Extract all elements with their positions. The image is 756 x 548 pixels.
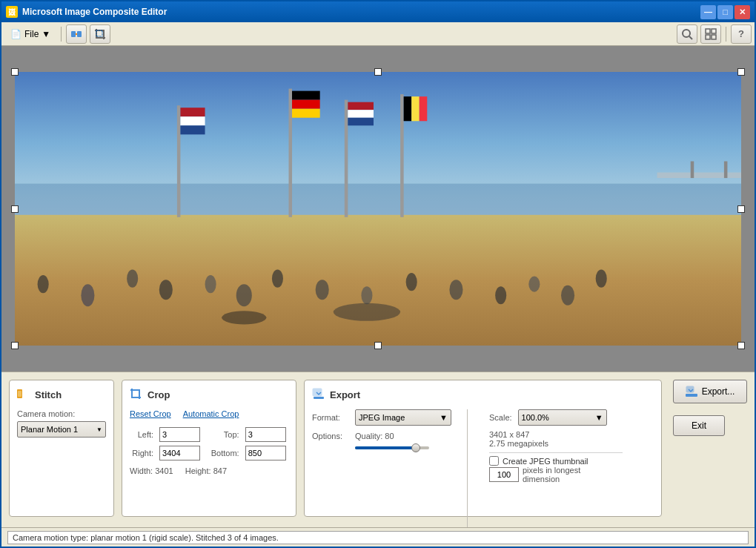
thumbnail-checkbox[interactable] <box>489 456 499 466</box>
minimize-button[interactable]: — <box>700 5 716 19</box>
svg-point-54 <box>561 285 574 306</box>
svg-rect-15 <box>724 161 728 178</box>
thumbnail-row: Create JPEG thumbnail <box>489 456 654 466</box>
format-arrow: ▼ <box>440 413 448 422</box>
pixels-line1: pixels in longest <box>523 466 580 475</box>
scale-value: 100.0% <box>522 413 595 422</box>
export-btn-label: Export... <box>702 386 735 397</box>
height-value: 847 <box>213 466 227 475</box>
crop-section: Crop Reset Crop Automatic Crop Left: Top… <box>122 380 296 517</box>
export-right-controls: Scale: 100.0% ▼ 3401 x 847 2.75 megapixe… <box>483 409 654 528</box>
top-input[interactable] <box>245 427 286 442</box>
svg-rect-26 <box>289 89 293 217</box>
megapixels: 2.75 megapixels <box>489 439 654 448</box>
format-label: Format: <box>312 413 349 422</box>
left-input[interactable] <box>159 427 200 442</box>
status-text: Camera motion type: planar motion 1 (rig… <box>13 533 279 542</box>
svg-rect-66 <box>686 394 697 397</box>
top-label: Top: <box>208 430 239 439</box>
exit-button[interactable]: Exit <box>673 415 725 436</box>
svg-point-4 <box>683 30 690 37</box>
crop-title: Crop <box>130 388 288 402</box>
search-icon <box>681 28 693 40</box>
camera-motion-label: Camera motion: <box>17 409 106 418</box>
help-button[interactable]: ? <box>731 24 752 44</box>
svg-point-46 <box>236 284 252 306</box>
auto-crop-button[interactable]: Automatic Crop <box>183 409 239 418</box>
svg-rect-33 <box>348 118 374 126</box>
crop-section-label: Crop <box>147 389 170 400</box>
svg-rect-28 <box>292 100 320 109</box>
svg-point-41 <box>38 275 49 293</box>
svg-point-52 <box>495 286 506 304</box>
camera-motion-value: Planar Motion 1 <box>21 425 78 434</box>
stitch-tool-button[interactable] <box>66 24 87 44</box>
quality-slider-thumb[interactable] <box>411 443 420 452</box>
svg-rect-32 <box>348 110 374 118</box>
svg-rect-25 <box>180 125 205 134</box>
app-icon: 🖼 <box>6 6 18 18</box>
svg-rect-29 <box>292 109 320 118</box>
svg-point-45 <box>205 275 216 293</box>
crop-links: Reset Crop Automatic Crop <box>130 409 288 418</box>
dimensions-display: 3401 x 847 2.75 megapixels <box>489 430 654 448</box>
camera-motion-arrow: ▼ <box>96 426 102 433</box>
svg-rect-31 <box>348 102 374 110</box>
stitch-icon <box>70 28 82 40</box>
svg-point-51 <box>449 280 462 300</box>
export-divider <box>489 452 623 453</box>
options-label: Options: <box>312 432 349 440</box>
format-dropdown[interactable]: JPEG Image ▼ <box>355 409 451 426</box>
export-separator <box>467 409 468 528</box>
crop-section-icon <box>130 388 143 402</box>
stitch-section: Stitch Camera motion: Planar Motion 1 ▼ <box>9 380 114 517</box>
svg-rect-62 <box>18 391 21 397</box>
right-label: Right: <box>130 449 153 458</box>
left-label: Left: <box>130 430 153 439</box>
pixel-input[interactable] <box>489 467 519 482</box>
svg-point-56 <box>334 303 400 321</box>
scale-label: Scale: <box>489 413 512 422</box>
thumbnail-label: Create JPEG thumbnail <box>503 457 588 466</box>
right-input[interactable] <box>159 446 200 460</box>
svg-rect-1 <box>77 31 82 37</box>
svg-rect-23 <box>180 108 205 116</box>
export-section-label: Export <box>330 389 360 400</box>
svg-rect-24 <box>180 116 205 125</box>
stitch-section-label: Stitch <box>35 389 62 400</box>
file-menu[interactable]: 📄 File ▼ <box>4 27 56 42</box>
width-value: 3401 <box>155 466 173 475</box>
close-button[interactable]: ✕ <box>735 5 750 19</box>
svg-rect-7 <box>712 29 716 33</box>
svg-point-48 <box>316 280 329 300</box>
search-button[interactable] <box>677 24 697 44</box>
export-title: Export <box>312 388 654 402</box>
crop-tool-button[interactable] <box>90 24 110 44</box>
panorama-image <box>15 72 741 346</box>
main-window: 🖼 Microsoft Image Composite Editor — □ ✕… <box>0 0 756 548</box>
svg-rect-22 <box>177 105 181 217</box>
toolbar-sep-1 <box>61 27 62 42</box>
crop-dimensions: Width: 3401 Height: 847 <box>130 466 288 475</box>
svg-rect-11 <box>15 184 741 217</box>
svg-rect-35 <box>404 96 412 121</box>
view-button[interactable] <box>700 24 721 44</box>
bottom-input[interactable] <box>245 446 286 460</box>
canvas-area[interactable] <box>1 46 755 372</box>
maximize-button[interactable]: □ <box>717 5 733 19</box>
quality-slider-fill <box>355 446 414 449</box>
reset-crop-button[interactable]: Reset Crop <box>130 409 171 418</box>
export-icon <box>686 386 697 397</box>
height-label: Height: <box>185 466 211 475</box>
svg-point-57 <box>222 311 266 324</box>
quality-slider-track[interactable] <box>355 446 429 449</box>
menu-bar: 📄 File ▼ <box>1 22 755 46</box>
export-button-area: Export... Exit <box>669 380 747 436</box>
toolbar-sep-2 <box>726 27 726 42</box>
scale-dropdown[interactable]: 100.0% ▼ <box>518 409 607 426</box>
export-button[interactable]: Export... <box>673 380 747 403</box>
title-bar: 🖼 Microsoft Image Composite Editor — □ ✕ <box>1 1 755 22</box>
camera-motion-dropdown[interactable]: Planar Motion 1 ▼ <box>17 421 106 438</box>
file-menu-icon: 📄 <box>10 29 21 39</box>
svg-point-55 <box>596 270 607 288</box>
